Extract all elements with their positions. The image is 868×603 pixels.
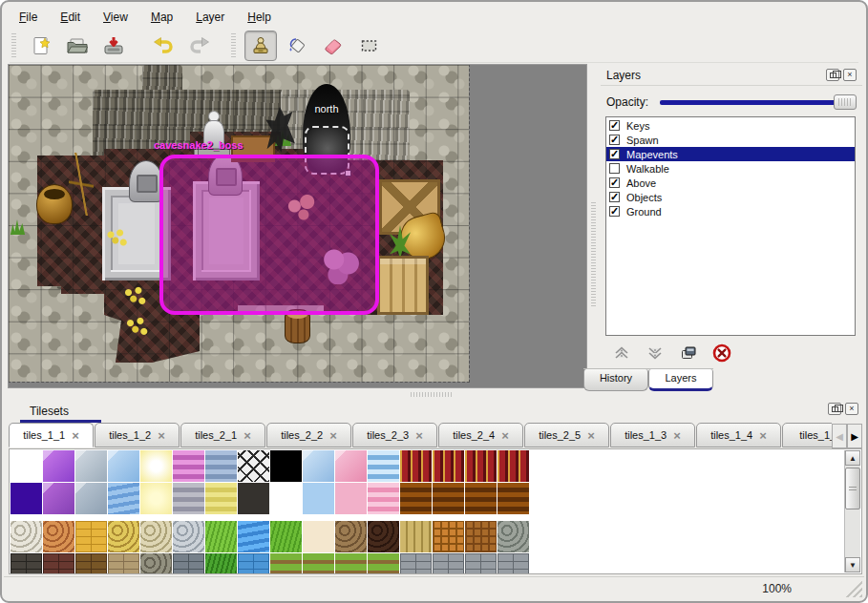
tileset-tile[interactable] — [498, 483, 529, 514]
close-tab-icon[interactable]: × — [329, 429, 337, 442]
tileset-tile[interactable] — [11, 553, 42, 574]
map-canvas[interactable]: north cavesnake2_boss — [9, 65, 469, 382]
checked-checkbox-icon[interactable]: ✓ — [609, 149, 620, 159]
tileset-tile[interactable] — [335, 553, 367, 574]
close-tab-icon[interactable]: × — [72, 429, 79, 442]
close-tilesets-icon[interactable]: × — [845, 403, 858, 415]
layer-row-above[interactable]: ✓Above — [606, 176, 855, 190]
checked-checkbox-icon[interactable]: ✓ — [609, 177, 620, 188]
new-map-button[interactable] — [25, 31, 57, 61]
toolbar-grip[interactable] — [11, 33, 16, 58]
fill-tool-button[interactable] — [281, 31, 313, 61]
tileset-tile[interactable] — [108, 521, 139, 552]
select-tool-button[interactable] — [353, 31, 386, 61]
tileset-tile[interactable] — [498, 521, 529, 552]
tileset-tile[interactable] — [205, 521, 237, 552]
tileset-tab-tiles_2_1[interactable]: tiles_2_1× — [180, 423, 265, 447]
tileset-tile[interactable] — [433, 450, 464, 482]
tileset-tile[interactable] — [238, 521, 269, 552]
tileset-tile[interactable] — [465, 483, 497, 514]
tileset-scrollbar[interactable]: ▲ ▼ — [844, 450, 860, 572]
scrollbar-thumb[interactable] — [845, 468, 860, 509]
close-tab-icon[interactable]: × — [415, 429, 423, 442]
tileset-tile[interactable] — [173, 450, 204, 482]
tileset-tab-tiles_1_[interactable]: tiles_1_× — [782, 423, 832, 447]
tileset-tile[interactable] — [108, 553, 139, 574]
resize-grip[interactable] — [845, 580, 862, 597]
tileset-tile[interactable] — [400, 483, 432, 514]
tileset-tile[interactable] — [465, 450, 497, 482]
tab-layers[interactable]: Layers — [648, 369, 713, 391]
tileset-tile[interactable] — [303, 450, 334, 482]
menu-edit[interactable]: Edit — [53, 9, 88, 26]
tileset-tile[interactable] — [270, 553, 302, 574]
tileset-tile[interactable] — [303, 521, 334, 552]
tileset-tile[interactable] — [75, 553, 107, 574]
tileset-tile[interactable] — [303, 483, 334, 514]
tileset-tile[interactable] — [140, 483, 172, 514]
tileset-tile[interactable] — [433, 483, 464, 514]
tileset-tile[interactable] — [433, 521, 464, 552]
layer-row-spawn[interactable]: ✓Spawn — [606, 133, 855, 147]
menu-layer[interactable]: Layer — [188, 9, 232, 26]
scroll-tabs-right-icon[interactable]: ▶ — [847, 424, 862, 448]
tileset-tile-empty[interactable] — [11, 450, 42, 482]
scroll-tabs-left-icon[interactable]: ◀ — [832, 424, 847, 448]
tileset-tile[interactable] — [173, 521, 204, 552]
tileset-tile[interactable] — [238, 553, 269, 574]
tileset-tile[interactable] — [43, 553, 74, 574]
tileset-tile[interactable] — [43, 483, 74, 514]
layer-row-keys[interactable]: ✓Keys — [606, 118, 855, 133]
eraser-tool-button[interactable] — [317, 31, 349, 61]
vertical-splitter[interactable] — [586, 65, 601, 387]
tileset-tile[interactable] — [43, 450, 74, 482]
toolbar-grip-2[interactable] — [231, 33, 236, 58]
tileset-tile[interactable] — [11, 483, 42, 514]
tileset-tile[interactable] — [205, 450, 237, 482]
scroll-up-icon[interactable]: ▲ — [845, 450, 860, 466]
save-map-button[interactable] — [97, 31, 130, 61]
delete-layer-button[interactable] — [710, 342, 733, 364]
menu-view[interactable]: View — [95, 9, 136, 26]
tileset-tab-tiles_2_4[interactable]: tiles_2_4× — [438, 423, 523, 447]
tileset-tile[interactable] — [400, 450, 432, 482]
opacity-slider[interactable] — [660, 100, 855, 105]
tileset-tile[interactable] — [173, 553, 204, 574]
menu-help[interactable]: Help — [240, 9, 279, 26]
checked-checkbox-icon[interactable]: ✓ — [609, 120, 620, 131]
tileset-tile[interactable] — [205, 553, 237, 574]
unchecked-checkbox-icon[interactable] — [609, 163, 620, 174]
tileset-tile[interactable] — [498, 450, 529, 482]
tileset-tab-tiles_2_5[interactable]: tiles_2_5× — [524, 423, 609, 447]
tileset-tile[interactable] — [205, 483, 237, 514]
tileset-tile[interactable] — [400, 553, 432, 574]
checked-checkbox-icon[interactable]: ✓ — [609, 206, 620, 217]
map-event-selection[interactable] — [159, 155, 379, 315]
horizontal-splitter[interactable] — [9, 389, 862, 399]
redo-button[interactable] — [183, 31, 216, 61]
tileset-tile[interactable] — [303, 553, 334, 574]
tab-history[interactable]: History — [583, 369, 648, 391]
close-tab-icon[interactable]: × — [759, 429, 767, 442]
opacity-slider-handle[interactable] — [834, 94, 857, 110]
menu-map[interactable]: Map — [143, 9, 180, 26]
tileset-tile[interactable] — [11, 521, 42, 552]
tileset-tile[interactable] — [140, 553, 172, 574]
layer-row-walkable[interactable]: Walkable — [606, 161, 855, 176]
menu-file[interactable]: File — [11, 9, 45, 26]
tileset-tab-tiles_2_3[interactable]: tiles_2_3× — [352, 423, 437, 447]
tileset-tile[interactable] — [368, 450, 399, 482]
tileset-tile[interactable] — [368, 483, 399, 514]
tileset-tile[interactable] — [368, 553, 399, 574]
tileset-tile[interactable] — [140, 450, 172, 482]
duplicate-layer-button[interactable] — [677, 342, 700, 364]
tileset-tile[interactable] — [43, 521, 74, 552]
float-panel-icon[interactable] — [826, 69, 839, 81]
float-tilesets-icon[interactable] — [828, 403, 841, 415]
tileset-tile[interactable] — [498, 553, 529, 574]
close-panel-icon[interactable]: × — [843, 69, 857, 81]
lower-layer-button[interactable] — [644, 342, 667, 364]
tileset-tile[interactable] — [75, 521, 107, 552]
close-tab-icon[interactable]: × — [501, 429, 509, 442]
layer-row-objects[interactable]: ✓Objects — [606, 190, 855, 204]
